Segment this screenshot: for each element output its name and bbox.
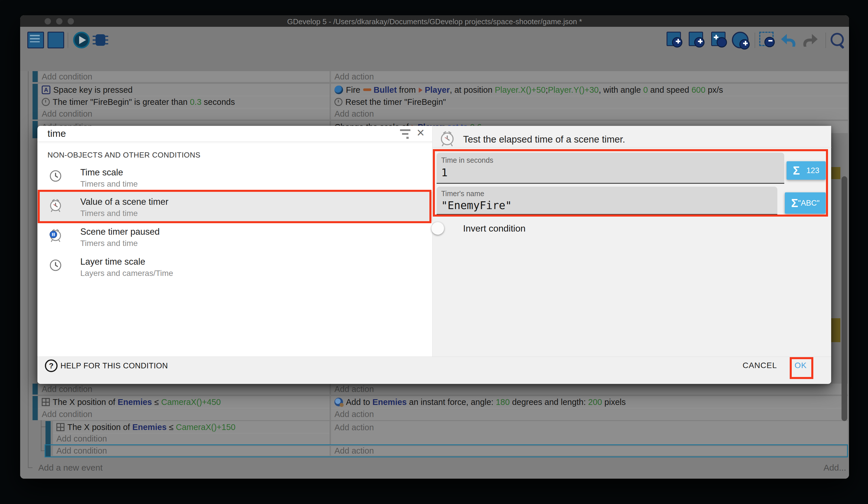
cancel-button[interactable]: CANCEL [728, 361, 792, 370]
redo-icon[interactable] [803, 32, 819, 48]
timer-name-field[interactable]: Timer's name "EnemyFire" [437, 187, 777, 215]
condition-text: Space key is pressed [53, 85, 133, 95]
divider [433, 147, 831, 148]
action-instant-force[interactable]: Add to Enemies an instant force, angle: … [331, 396, 848, 408]
item-title: Time scale [80, 167, 123, 178]
help-link[interactable]: HELP FOR THIS CONDITION [60, 361, 168, 370]
action-text: Fire Bullet from Player, at position Pla… [346, 85, 723, 95]
invert-condition-label: Invert condition [463, 223, 526, 234]
bullet-icon [363, 88, 371, 91]
event-color-bar [32, 84, 38, 120]
search-input[interactable]: time [48, 128, 66, 139]
action-reset-timer[interactable]: Reset the timer "FireBegin" [331, 96, 848, 108]
filter-icon[interactable] [400, 129, 411, 139]
undo-icon[interactable] [779, 32, 796, 48]
field-value: 1 [441, 167, 447, 179]
keyboard-a-icon: A [42, 85, 50, 94]
timer-icon [440, 130, 455, 147]
tree-elbow [41, 426, 45, 427]
event-color-bar [32, 71, 38, 82]
list-item-value-of-scene-timer[interactable]: Value of a scene timer Timers and time [38, 192, 432, 222]
action-fire-bullet[interactable]: Fire Bullet from Player, at position Pla… [331, 84, 848, 96]
event-color-bar [45, 421, 51, 444]
add-comment-icon[interactable] [711, 32, 725, 46]
sigma-icon: Σ [793, 164, 800, 177]
timer-icon [334, 98, 342, 106]
add-more-button[interactable]: Add... [817, 463, 846, 473]
expression-builder-string-button[interactable]: Σ "ABC" [785, 192, 826, 214]
help-icon[interactable]: ? [45, 360, 58, 372]
condition-text: The X position of Enemies ≤ CameraX()+45… [53, 397, 221, 407]
condition-xpos-450[interactable]: The X position of Enemies ≤ CameraX()+45… [38, 396, 330, 408]
vertical-scrollbar[interactable] [841, 176, 847, 421]
position-icon [42, 398, 50, 406]
add-action-row[interactable]: Add action [331, 408, 848, 420]
add-new-event-button[interactable]: Add a new event [38, 463, 103, 473]
add-action-row[interactable]: Add action [331, 446, 847, 456]
dialog-footer: ? HELP FOR THIS CONDITION CANCEL OK [38, 356, 831, 384]
event-color-bar [32, 396, 38, 420]
item-title: Layer time scale [80, 256, 145, 267]
event-color-bar [45, 445, 51, 456]
ok-button[interactable]: OK [792, 361, 810, 370]
condition-xpos-150[interactable]: The X position of Enemies ≤ CameraX()+15… [53, 421, 330, 433]
add-action-row[interactable]: Add action [331, 384, 848, 395]
list-item-time-scale[interactable]: Time scale Timers and time [38, 162, 432, 192]
toggle-knob[interactable] [431, 222, 444, 235]
add-circle-icon[interactable] [732, 32, 748, 48]
condition-space-key[interactable]: A Space key is pressed [38, 84, 330, 96]
condition-timer-firebegin[interactable]: The timer "FireBegin" is greater than 0.… [38, 96, 330, 108]
item-subtitle: Timers and time [80, 209, 138, 218]
debug-icon[interactable] [92, 32, 109, 48]
force-icon [334, 398, 343, 406]
highlighted-event-marker [831, 318, 840, 342]
add-action-row[interactable]: Add action [331, 421, 848, 444]
tree-line [28, 71, 29, 468]
search-icon[interactable] [829, 32, 846, 48]
toolbar-separator [68, 32, 68, 48]
time-in-seconds-field[interactable]: Time in seconds 1 [437, 153, 784, 184]
add-action-row[interactable]: Add action [331, 108, 848, 120]
project-manager-icon[interactable] [27, 32, 44, 48]
help-glyph: ? [49, 361, 53, 370]
add-subevent-icon[interactable] [689, 32, 703, 46]
field-label: Timer's name [441, 190, 484, 198]
add-condition-row[interactable]: Add condition [38, 108, 330, 120]
tree-elbow [28, 467, 32, 468]
choose-condition-dialog: time × NON-OBJECTS AND OTHER CONDITIONS … [38, 126, 831, 384]
clear-search-icon[interactable]: × [417, 125, 424, 140]
play-icon[interactable] [73, 32, 90, 48]
highlighted-event-marker [831, 167, 840, 179]
timer-icon [42, 98, 50, 106]
player-icon [419, 88, 423, 93]
tree-line [41, 420, 41, 451]
toolbar-separator [755, 32, 755, 48]
scene-editor-icon[interactable] [48, 32, 64, 48]
button-label: 123 [806, 166, 819, 175]
expression-builder-number-button[interactable]: Σ 123 [787, 161, 826, 180]
delete-event-icon[interactable] [759, 32, 774, 46]
item-subtitle: Timers and time [80, 239, 138, 248]
add-condition-row[interactable]: Add condition [38, 408, 330, 420]
clock-icon [49, 258, 62, 273]
tree-elbow [41, 451, 45, 451]
toolbar-separator [825, 32, 826, 48]
add-condition-row[interactable]: Add condition [38, 384, 330, 395]
add-action-row[interactable]: Add action [331, 71, 848, 82]
fire-icon [334, 85, 343, 94]
field-label: Time in seconds [441, 156, 493, 164]
add-condition-row[interactable]: Add condition [38, 71, 330, 82]
list-item-layer-time-scale[interactable]: Layer time scale Layers and cameras/Time [38, 251, 432, 281]
add-event-icon[interactable] [666, 32, 681, 46]
main-toolbar [20, 27, 849, 52]
item-subtitle: Timers and time [80, 179, 138, 189]
clock-icon [49, 169, 62, 183]
button-label: "ABC" [798, 199, 820, 208]
field-value: "EnemyFire" [441, 199, 512, 212]
list-item-scene-timer-paused[interactable]: Scene timer paused Timers and time [38, 221, 432, 251]
tab-bar: Start Page Base Scene × Base Scene (Even… [20, 52, 849, 71]
item-subtitle: Layers and cameras/Time [80, 269, 173, 278]
add-condition-row[interactable]: Add condition [53, 433, 330, 444]
add-condition-row[interactable]: Add condition [53, 446, 330, 456]
item-title: Scene timer paused [80, 226, 160, 237]
